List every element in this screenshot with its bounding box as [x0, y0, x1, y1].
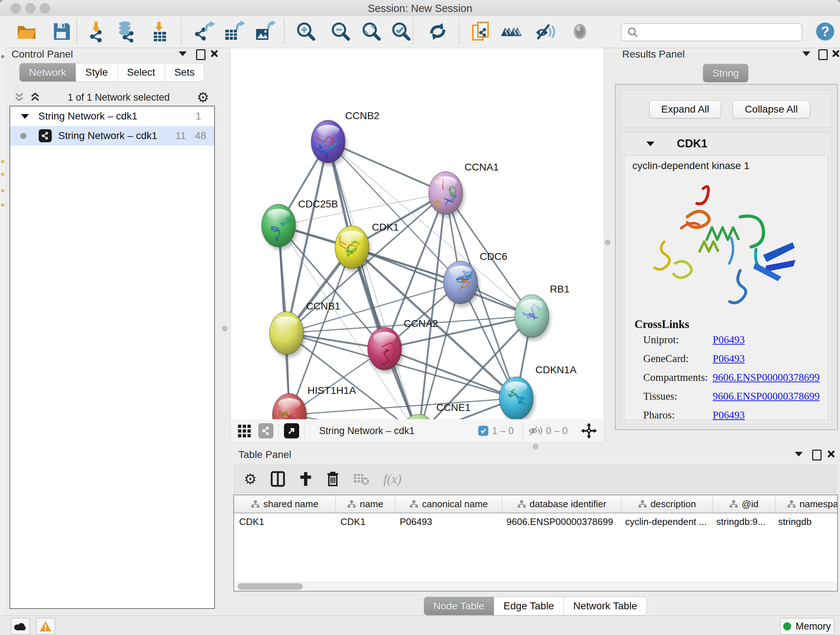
show-columns-icon[interactable] — [271, 471, 285, 487]
column-header-shared-name[interactable]: shared name — [234, 495, 336, 513]
network-node-CCNA1[interactable] — [429, 172, 464, 218]
table-cell[interactable]: CDK1 — [335, 516, 395, 527]
table-cell[interactable]: stringdb — [773, 516, 838, 527]
crosslink-value-link[interactable]: P06493 — [713, 334, 745, 346]
crosslink-value-link[interactable]: P06493 — [713, 353, 745, 364]
collection-expand-icon[interactable] — [21, 114, 29, 119]
export-network-icon[interactable] — [193, 20, 215, 43]
crosslink-value-link[interactable]: 9606.ENSP00000378699 — [713, 390, 820, 402]
left-splitter-handle[interactable] — [222, 326, 227, 331]
expand-all-button[interactable]: Expand All — [649, 100, 721, 119]
crosslink-value-link[interactable]: P06493 — [713, 409, 745, 421]
memory-button[interactable]: Memory — [780, 618, 834, 635]
results-panel-menu-icon[interactable] — [802, 51, 810, 56]
table-cell[interactable]: 9606.ENSP00000378699 — [501, 516, 620, 527]
scrollbar-thumb[interactable] — [238, 583, 303, 590]
hide-selected-icon[interactable] — [533, 20, 556, 43]
control-panel-title: Control Panel — [11, 49, 73, 60]
table-cell[interactable]: cyclin-dependent ... — [620, 516, 711, 527]
pan-crosshair-icon[interactable] — [581, 423, 597, 439]
network-row[interactable]: String Network – cdk1 11 48 — [10, 126, 214, 146]
column-header-namespac[interactable]: namespac — [775, 495, 838, 513]
open-in-window-icon[interactable] — [284, 423, 299, 439]
add-column-icon[interactable] — [299, 471, 313, 486]
protein-card-collapse-icon[interactable] — [646, 141, 654, 146]
table-row[interactable]: CDK1CDK1P064939606.ENSP00000378699cyclin… — [234, 513, 837, 530]
crosslink-value-link[interactable]: 9606.ENSP00000378699 — [713, 371, 820, 383]
results-panel-float-icon[interactable] — [818, 49, 828, 60]
network-node-CDKN1A[interactable] — [499, 377, 535, 420]
network-node-CDC25B[interactable] — [262, 204, 297, 250]
tab-node-table[interactable]: Node Table — [424, 597, 494, 616]
column-header-description[interactable]: description — [622, 495, 713, 513]
table-panel-close-icon[interactable] — [827, 450, 835, 458]
protein-card-header[interactable]: CDK1 — [621, 132, 832, 155]
network-node-CDC6[interactable] — [444, 261, 479, 307]
control-panel-close-icon[interactable] — [210, 49, 218, 58]
network-node-CDK1[interactable] — [335, 226, 371, 272]
import-network-database-icon[interactable] — [115, 20, 138, 43]
selected-nodes-checkbox[interactable] — [478, 426, 488, 436]
import-table-icon[interactable] — [149, 20, 171, 43]
tab-sets[interactable]: Sets — [165, 63, 204, 82]
zoom-out-icon[interactable] — [330, 20, 352, 43]
export-image-icon[interactable] — [253, 20, 276, 43]
table-options-gear-icon[interactable]: ⚙ — [244, 470, 257, 487]
tab-network[interactable]: Network — [19, 63, 76, 82]
tab-network-table[interactable]: Network Table — [564, 597, 647, 616]
column-header--id[interactable]: @id — [713, 495, 775, 513]
table-cell[interactable]: stringdb:9... — [711, 516, 773, 527]
export-table-icon[interactable] — [223, 20, 245, 43]
table-cell[interactable]: CDK1 — [234, 516, 335, 527]
first-neighbors-icon[interactable] — [500, 20, 522, 43]
network-node-HIST1H1A[interactable] — [272, 394, 308, 420]
copy-network-icon[interactable] — [470, 20, 493, 43]
right-splitter-handle[interactable] — [605, 240, 610, 245]
grid-view-icon[interactable] — [237, 423, 253, 439]
results-panel-close-icon[interactable] — [831, 49, 840, 58]
column-header-canonical-name[interactable]: canonical name — [395, 495, 502, 513]
search-input[interactable] — [642, 25, 802, 40]
show-all-icon[interactable] — [569, 20, 591, 43]
column-header-database-identifier[interactable]: database identifier — [502, 495, 622, 513]
crosslink-row: Uniprot:P06493 — [643, 334, 821, 353]
zoom-fit-icon[interactable] — [360, 20, 383, 43]
warnings-button[interactable] — [36, 618, 55, 635]
table-horizontal-scrollbar[interactable] — [234, 582, 837, 591]
table-header-row: shared namenamecanonical namedatabase id… — [234, 495, 837, 513]
string-view-icon[interactable] — [258, 423, 273, 439]
table-panel-float-icon[interactable] — [812, 450, 821, 461]
crosslink-label: Pharos: — [643, 409, 675, 421]
delete-column-icon[interactable] — [326, 471, 339, 487]
network-node-CCNB1[interactable] — [270, 312, 305, 358]
control-panel-menu-icon[interactable] — [179, 51, 187, 56]
network-node-CCNB2[interactable] — [311, 120, 347, 166]
tab-select[interactable]: Select — [118, 63, 165, 82]
open-session-icon[interactable] — [15, 20, 37, 43]
network-list-options-gear-icon[interactable]: ⚙ — [197, 89, 209, 105]
function-builder-icon[interactable]: f(x) — [384, 471, 401, 486]
collapse-all-icon[interactable] — [14, 92, 25, 103]
network-canvas[interactable]: CCNB2CCNA1CDC25BCDK1CDC6RB1CCNB1CCNA2CDK… — [231, 48, 604, 420]
table-cell[interactable]: P06493 — [395, 516, 501, 527]
help-icon[interactable]: ? — [816, 22, 834, 41]
network-collection-row[interactable]: String Network – cdk1 1 — [10, 106, 214, 126]
bottom-splitter-handle[interactable] — [533, 444, 538, 449]
delete-table-icon[interactable] — [353, 472, 370, 486]
column-header-name[interactable]: name — [336, 495, 395, 513]
tab-string[interactable]: String — [703, 64, 748, 82]
control-panel-float-icon[interactable] — [196, 49, 205, 60]
tab-edge-table[interactable]: Edge Table — [494, 597, 564, 616]
cloud-status-button[interactable] — [11, 618, 30, 635]
zoom-in-icon[interactable] — [295, 20, 317, 43]
network-node-RB1[interactable] — [515, 295, 551, 340]
zoom-selected-icon[interactable] — [390, 20, 412, 43]
save-session-icon[interactable] — [50, 20, 72, 43]
table-panel-menu-icon[interactable] — [795, 452, 803, 456]
import-network-file-icon[interactable] — [86, 20, 108, 43]
tab-style[interactable]: Style — [76, 63, 118, 82]
collapse-all-button[interactable]: Collapse All — [733, 100, 810, 119]
expand-all-icon[interactable] — [30, 92, 41, 103]
apply-layout-icon[interactable] — [426, 20, 449, 43]
network-edges — [279, 141, 532, 420]
